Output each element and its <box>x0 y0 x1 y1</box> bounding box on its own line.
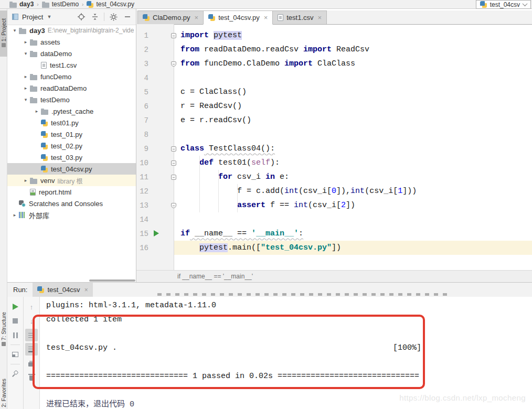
soft-wrap-button[interactable] <box>25 329 38 341</box>
code-line[interactable] <box>174 212 532 227</box>
tool-window-favorites[interactable]: 2: Favorites <box>0 368 7 409</box>
stop-button[interactable] <box>9 315 22 327</box>
tree-item-venv[interactable]: ▸venvlibrary 根 <box>7 175 136 186</box>
run-toolbar-inner: ↑↓ <box>24 297 40 409</box>
code-line[interactable]: from readDataDemo.readCsv import ReadCsv <box>174 42 532 57</box>
close-icon[interactable]: × <box>264 14 268 21</box>
close-icon[interactable]: × <box>195 14 199 21</box>
breadcrumb-item[interactable]: test_04csv.py <box>96 1 134 8</box>
folder-icon <box>30 87 37 92</box>
chevron-right-icon[interactable]: ▸ <box>10 212 19 218</box>
fold-marker[interactable] <box>148 198 174 212</box>
tab-ClaDemo.py[interactable]: ClaDemo.py× <box>137 10 204 24</box>
gutter-line: 11 <box>136 170 174 184</box>
tree-item-test_01.py[interactable]: test_01.py <box>7 128 136 140</box>
code-line[interactable]: c = ClaClass() <box>174 85 532 99</box>
code-line[interactable]: from funcDemo.ClaDemo import ClaClass <box>174 57 532 71</box>
tree-item-label: day3 <box>29 27 45 35</box>
fold-marker[interactable] <box>148 142 174 156</box>
run-console-tab[interactable]: test_04csv × <box>33 283 92 297</box>
up-arrow-button[interactable]: ↑ <box>25 300 38 313</box>
tree-item-label: 外部库 <box>29 210 49 220</box>
code-line[interactable]: class TestClass04(): <box>174 142 532 156</box>
console-text: plugins: html-3.1.1, metadata-1.11.0 <box>46 298 216 313</box>
line-number: 2 <box>136 46 148 54</box>
code-line[interactable] <box>174 127 532 142</box>
tree-item-dataDemo[interactable]: ▾dataDemo <box>7 48 136 59</box>
code-line[interactable]: f = c.add(int(csv_i[0]),int(csv_i[1])) <box>174 184 532 198</box>
chevron-right-icon[interactable]: ▸ <box>22 85 30 91</box>
down-arrow-button[interactable]: ↓ <box>25 315 38 327</box>
restore-layout-button[interactable] <box>9 348 22 361</box>
breadcrumb-item[interactable]: day3 <box>19 1 34 8</box>
tree-item-test_02.py[interactable]: test_02.py <box>7 140 136 152</box>
line-number: 9 <box>136 145 148 153</box>
tab-test1.csv[interactable]: test1.csv× <box>272 10 327 24</box>
tree-item-test_03.py[interactable]: test_03.py <box>7 152 136 163</box>
project-hscrollbar-thumb[interactable] <box>89 279 135 282</box>
chevron-down-icon[interactable]: ▾ <box>22 97 30 102</box>
code-line[interactable]: assert f == int(csv_i[2]) <box>174 198 532 212</box>
print-button[interactable] <box>25 357 38 370</box>
chevron-right-icon[interactable]: ▸ <box>22 74 30 79</box>
locate-button[interactable] <box>77 13 86 21</box>
tree-item-test1.csv[interactable]: test1.csv <box>7 59 136 71</box>
breadcrumb-item[interactable]: testDemo <box>52 1 79 8</box>
chevron-right-icon[interactable]: ▸ <box>33 109 41 114</box>
stop-icon <box>13 318 18 324</box>
chevron-down-icon[interactable]: ▼ <box>47 14 51 19</box>
code-line[interactable]: pytest.main(["test_04csv.py"]) <box>174 241 532 255</box>
chevron-down-icon[interactable]: ▾ <box>10 28 19 33</box>
project-panel-title[interactable]: Project <box>22 13 43 21</box>
run-config-selector[interactable]: test_04csv <box>476 0 531 9</box>
console-text: ============================== 1 passed … <box>46 369 419 383</box>
tree-item-test01.py[interactable]: test01.py <box>7 117 136 128</box>
tree-item-.pytest_cache[interactable]: ▸.pytest_cache <box>7 105 136 117</box>
console-text: test_04csv.py . <box>46 341 117 355</box>
fold-marker[interactable] <box>148 170 174 184</box>
code-line[interactable]: r = ReadCsv() <box>174 99 532 113</box>
tool-window-structure[interactable]: 7: Structure <box>0 311 7 349</box>
tree-item-day3[interactable]: ▾day3E:\new_bigtrain\bigtrain-2_vide <box>7 25 136 36</box>
tree-item-testDemo[interactable]: ▾testDemo <box>7 94 136 105</box>
tree-item-assets[interactable]: ▸assets <box>7 36 136 48</box>
tab-label: ClaDemo.py <box>153 14 190 21</box>
rerun-button[interactable] <box>9 300 22 313</box>
editor-breadcrumb[interactable]: if __name__ == '__main__' <box>136 270 532 282</box>
code-line[interactable]: import pytest <box>174 28 532 42</box>
fold-marker[interactable] <box>148 28 174 42</box>
tree-item-report.html[interactable]: report.html <box>7 186 136 198</box>
code-line[interactable] <box>174 71 532 85</box>
tool-window-project[interactable]: 1: Project <box>0 10 7 57</box>
tree-item-外部库[interactable]: ▸外部库 <box>7 209 136 221</box>
close-icon[interactable]: × <box>84 286 88 294</box>
editor-code[interactable]: import pytestfrom readDataDemo.readCsv i… <box>174 24 532 270</box>
chevron-right-icon[interactable]: ▸ <box>22 39 30 45</box>
fold-marker[interactable] <box>148 156 174 170</box>
tab-test_04csv.py[interactable]: test_04csv.py× <box>203 10 273 25</box>
settings-gear-button[interactable] <box>109 13 118 21</box>
divider <box>104 13 104 21</box>
collapse-all-button[interactable] <box>90 13 99 21</box>
run-line-icon[interactable] <box>148 227 174 241</box>
chevron-down-icon[interactable]: ▾ <box>22 51 30 56</box>
code-line[interactable]: for csv_i in e: <box>174 170 532 184</box>
code-line[interactable]: if __name__ == '__main__': <box>174 227 532 241</box>
pause-button[interactable] <box>9 329 22 341</box>
tree-item-funcDemo[interactable]: ▸funcDemo <box>7 71 136 82</box>
tree-item-Scratches-and-Consoles[interactable]: Scratches and Consoles <box>7 198 136 209</box>
code-line[interactable]: def test01(self): <box>174 156 532 170</box>
editor-body[interactable]: 12345678910111213141516 import pytestfro… <box>136 24 532 270</box>
chevron-right-icon[interactable]: ▸ <box>22 178 30 183</box>
console-line <box>46 355 421 369</box>
tree-item-label: test_02.py <box>51 142 82 150</box>
fold-marker[interactable] <box>148 57 174 71</box>
tree-item-test_04csv.py[interactable]: test_04csv.py <box>7 163 136 175</box>
pin-button[interactable] <box>9 368 22 380</box>
close-icon[interactable]: × <box>318 14 322 21</box>
code-line[interactable]: e = r.readCsv() <box>174 113 532 127</box>
tree-item-readDataDemo[interactable]: ▸readDataDemo <box>7 82 136 94</box>
scroll-to-end-button[interactable] <box>25 343 38 356</box>
clear-button[interactable] <box>25 371 38 384</box>
hide-panel-button[interactable] <box>123 13 132 21</box>
